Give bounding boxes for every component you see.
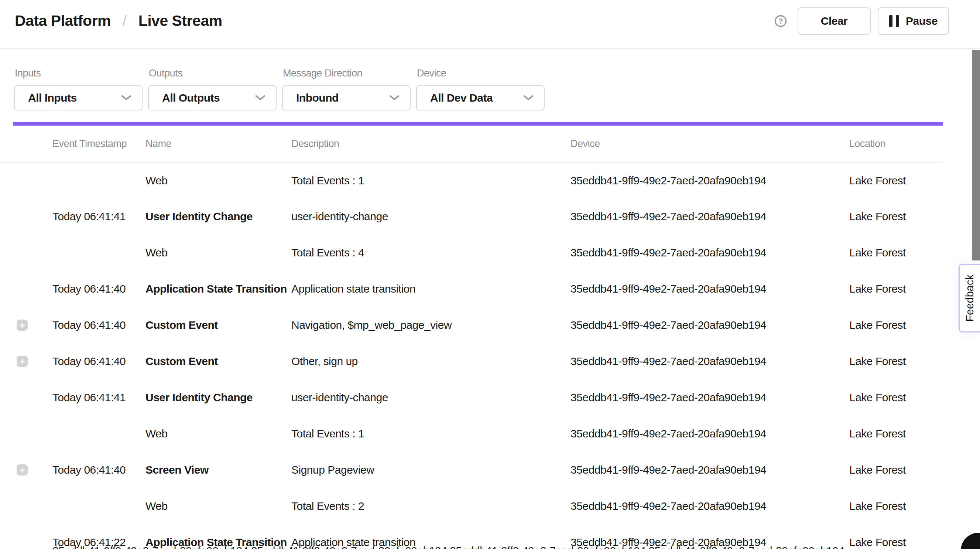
- event-description-cell: Other, sign up: [291, 343, 571, 380]
- event-timestamp-cell: Today 06:41:40: [52, 307, 145, 343]
- pause-button[interactable]: Pause: [878, 7, 949, 35]
- event-name-cell: Custom Event: [145, 307, 291, 343]
- table-row[interactable]: Today 06:41:41 User Identity Change user…: [0, 198, 943, 235]
- expand-cell: [0, 198, 52, 235]
- event-description-cell: Total Events : 1: [291, 416, 571, 452]
- expand-cell: +: [0, 307, 52, 343]
- clipped-next-row: 35eddb41-9ff9-49e2-7aed-20afa90eb194 35e…: [52, 544, 939, 549]
- table-header-row: Event Timestamp Name Description Device …: [0, 126, 943, 162]
- event-name-cell: Custom Event: [145, 343, 291, 380]
- filter-select-value: All Dev Data: [430, 92, 493, 104]
- filter-select-message-direction[interactable]: Inbound: [282, 85, 410, 110]
- event-location-cell: Lake Forest: [849, 380, 943, 416]
- filter-group: Device All Dev Data: [416, 68, 545, 110]
- event-description-cell: user-identity-change: [291, 198, 571, 235]
- column-event-timestamp: Event Timestamp: [52, 126, 145, 162]
- expand-icon[interactable]: +: [17, 464, 28, 476]
- scrollbar-thumb[interactable]: [972, 50, 980, 260]
- event-location-cell: Lake Forest: [849, 198, 943, 235]
- table-row[interactable]: + Today 06:41:40 Custom Event Navigation…: [0, 307, 943, 343]
- chevron-down-icon: [389, 95, 399, 101]
- event-timestamp-cell: Today 06:41:41: [52, 198, 145, 235]
- event-name-cell: Web: [145, 416, 291, 452]
- breadcrumb: Data Platform / Live Stream: [15, 12, 222, 30]
- feedback-tab-label: Feedback: [964, 274, 976, 321]
- event-description-cell: Application state transition: [291, 271, 571, 307]
- event-timestamp-cell: [52, 488, 145, 524]
- clear-button[interactable]: Clear: [798, 7, 871, 35]
- event-device-cell: 35eddb41-9ff9-49e2-7aed-20afa90eb194: [571, 343, 849, 380]
- filter-group: Outputs All Outputs: [148, 68, 277, 110]
- filter-label: Outputs: [149, 68, 277, 79]
- event-device-cell: 35eddb41-9ff9-49e2-7aed-20afa90eb194: [571, 452, 849, 488]
- chevron-down-icon: [121, 95, 132, 101]
- help-icon[interactable]: ?: [774, 14, 787, 28]
- event-name-cell: Application State Transition: [145, 271, 291, 307]
- table-row[interactable]: Web Total Events : 2 35eddb41-9ff9-49e2-…: [0, 488, 943, 524]
- expand-icon[interactable]: +: [17, 319, 28, 330]
- table-row[interactable]: + Today 06:41:40 Custom Event Other, sig…: [0, 343, 943, 380]
- event-description-cell: Total Events : 1: [291, 162, 571, 198]
- event-location-cell: Lake Forest: [849, 488, 943, 524]
- expand-cell: [0, 380, 52, 416]
- column-description: Description: [291, 126, 571, 162]
- page-header: Data Platform / Live Stream ? Clear Paus…: [0, 0, 980, 49]
- breadcrumb-separator-icon: /: [123, 13, 127, 29]
- filter-select-value: All Inputs: [28, 92, 77, 104]
- chevron-down-icon: [523, 95, 534, 101]
- expand-cell: [0, 162, 52, 198]
- event-location-cell: Lake Forest: [849, 235, 943, 271]
- event-name-cell: User Identity Change: [145, 380, 291, 416]
- filter-bar: Inputs All Inputs Outputs All Outputs Me…: [0, 49, 980, 110]
- event-name-cell: Web: [145, 488, 291, 524]
- event-description-cell: user-identity-change: [291, 380, 571, 416]
- event-timestamp-cell: Today 06:41:41: [52, 380, 145, 416]
- event-location-cell: Lake Forest: [849, 162, 943, 198]
- breadcrumb-data-platform[interactable]: Data Platform: [15, 12, 111, 30]
- expand-cell: [0, 235, 52, 271]
- filter-label: Device: [417, 68, 545, 79]
- breadcrumb-live-stream: Live Stream: [138, 12, 222, 30]
- filter-group: Inputs All Inputs: [14, 68, 143, 110]
- table-row[interactable]: Today 06:41:41 User Identity Change user…: [0, 380, 943, 416]
- filter-select-value: Inbound: [296, 92, 339, 104]
- event-device-cell: 35eddb41-9ff9-49e2-7aed-20afa90eb194: [571, 307, 849, 343]
- table-row[interactable]: Web Total Events : 4 35eddb41-9ff9-49e2-…: [0, 235, 943, 271]
- table-row[interactable]: Today 06:41:40 Application State Transit…: [0, 271, 943, 307]
- event-device-cell: 35eddb41-9ff9-49e2-7aed-20afa90eb194: [571, 380, 849, 416]
- event-timestamp-cell: Today 06:41:40: [52, 343, 145, 380]
- svg-text:?: ?: [778, 17, 783, 25]
- table-row[interactable]: Web Total Events : 1 35eddb41-9ff9-49e2-…: [0, 416, 943, 452]
- table-body: Web Total Events : 1 35eddb41-9ff9-49e2-…: [0, 162, 943, 549]
- filter-select-inputs[interactable]: All Inputs: [14, 85, 143, 110]
- event-device-cell: 35eddb41-9ff9-49e2-7aed-20afa90eb194: [571, 198, 849, 235]
- filter-label: Inputs: [15, 68, 143, 79]
- feedback-tab[interactable]: Feedback: [959, 264, 980, 332]
- header-actions: ? Clear Pause: [774, 7, 949, 35]
- expand-cell: [0, 416, 52, 452]
- event-timestamp-cell: Today 06:41:40: [52, 452, 145, 488]
- column-name: Name: [145, 126, 291, 162]
- event-timestamp-cell: [52, 162, 145, 198]
- event-timestamp-cell: [52, 416, 145, 452]
- accent-bar: [13, 122, 943, 126]
- expand-cell: [0, 488, 52, 524]
- filter-select-outputs[interactable]: All Outputs: [148, 85, 277, 110]
- event-device-cell: 35eddb41-9ff9-49e2-7aed-20afa90eb194: [571, 488, 849, 524]
- event-device-cell: 35eddb41-9ff9-49e2-7aed-20afa90eb194: [571, 271, 849, 307]
- event-location-cell: Lake Forest: [849, 271, 943, 307]
- table-row[interactable]: + Today 06:41:40 Screen View Signup Page…: [0, 452, 943, 488]
- event-device-cell: 35eddb41-9ff9-49e2-7aed-20afa90eb194: [571, 416, 849, 452]
- filter-group: Message Direction Inbound: [282, 68, 410, 110]
- event-description-cell: Signup Pageview: [291, 452, 571, 488]
- column-location: Location: [849, 126, 943, 162]
- live-stream-table: Event Timestamp Name Description Device …: [0, 126, 943, 549]
- event-device-cell: 35eddb41-9ff9-49e2-7aed-20afa90eb194: [571, 162, 849, 198]
- event-timestamp-cell: Today 06:41:40: [52, 271, 145, 307]
- pause-icon: [889, 15, 899, 27]
- expand-icon[interactable]: +: [17, 356, 28, 367]
- event-description-cell: Total Events : 4: [291, 235, 571, 271]
- filter-select-device[interactable]: All Dev Data: [416, 85, 545, 110]
- table-row[interactable]: Web Total Events : 1 35eddb41-9ff9-49e2-…: [0, 162, 943, 198]
- column-device: Device: [571, 126, 849, 162]
